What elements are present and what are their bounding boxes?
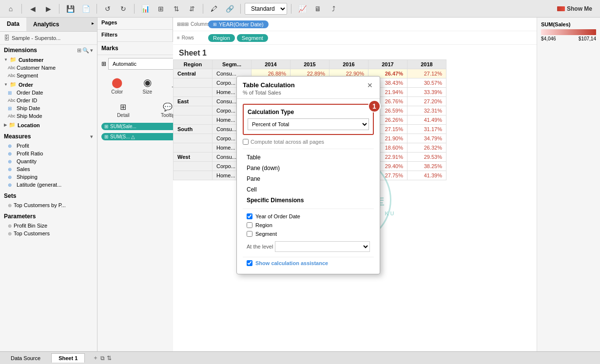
group-location-header[interactable]: ▶ 📁 Location	[0, 121, 97, 129]
forward-button[interactable]: ▶	[41, 2, 55, 16]
dup-sheet-btn[interactable]: ⧉	[100, 354, 105, 362]
redo-button[interactable]: ↻	[116, 2, 130, 16]
measures-header: Measures ▾	[0, 131, 97, 142]
save-button[interactable]: 💾	[63, 2, 77, 16]
highlight-button[interactable]: 🖍	[207, 2, 221, 16]
group-order-header[interactable]: ▼ 📁 Order	[0, 80, 97, 89]
separator3	[97, 4, 97, 14]
measure-sales[interactable]: ⊕ Sales	[0, 165, 97, 173]
option-specific-dims[interactable]: Specific Dimensions	[243, 195, 374, 206]
tab-analytics[interactable]: Analytics	[26, 18, 66, 31]
dim-ship-date[interactable]: ⊞ Ship Date	[0, 104, 97, 112]
dimensions-header: Dimensions ⊞ 🔍 ▾	[0, 45, 97, 56]
columns-label: ⊞⊞⊞ Columns	[177, 21, 206, 27]
abc-icon: Abc	[8, 73, 15, 78]
rows-text: Rows	[182, 35, 194, 40]
dim-order-date[interactable]: ⊞ Order Date	[0, 89, 97, 96]
th-2018: 2018	[407, 60, 446, 69]
separator6	[240, 4, 241, 14]
calc-type-wrapper: Calculation Type Percent of Total 1	[243, 104, 374, 135]
dim-ship-mode[interactable]: Abc Ship Mode	[0, 112, 97, 120]
param-profit-bin[interactable]: ⊕ Profit Bin Size	[0, 222, 97, 230]
set-top-customers[interactable]: ⊕ Top Customers by P...	[0, 201, 97, 209]
dim-segment-checkbox[interactable]	[247, 231, 252, 237]
dim-segment-label: Segment	[17, 73, 38, 78]
calc-type-dropdown[interactable]: Percent of Total	[248, 118, 369, 130]
rows-pill-region-label: Region	[213, 35, 230, 41]
rows-label: ≡ Rows	[177, 35, 206, 40]
chart-button[interactable]: 📊	[138, 2, 152, 16]
tab-data[interactable]: Data	[0, 18, 26, 31]
columns-grid-icon: ⊞⊞⊞	[177, 21, 189, 27]
add-sheet-btn[interactable]: ＋	[93, 354, 98, 362]
dimensions-grid-btn[interactable]: ⊞	[77, 47, 81, 54]
legend-labels: $4,046 $107,14	[541, 36, 596, 41]
compute-checkbox[interactable]	[243, 139, 249, 145]
dialog-close-button[interactable]: ✕	[366, 81, 374, 89]
marks-color-label: Color	[111, 89, 123, 95]
legend-max: $107,14	[579, 36, 596, 41]
panel-arrow[interactable]: ▸	[89, 18, 97, 31]
td-region-empty	[174, 171, 213, 180]
show-assist-row: Show calculation assistance	[243, 257, 374, 269]
measures-expand-btn[interactable]: ▾	[90, 134, 93, 140]
dim-year-checkbox[interactable]	[247, 213, 252, 219]
show-assist-checkbox[interactable]	[247, 260, 252, 266]
show-me-icon	[557, 6, 565, 11]
rows-pill-region[interactable]: Region	[208, 34, 235, 42]
measure-profit[interactable]: ⊕ Profit	[0, 142, 97, 150]
measure-profit-ratio[interactable]: ⊕ Profit Ratio	[0, 150, 97, 157]
measure-latitude[interactable]: ⊕ Latitude (generat...	[0, 181, 97, 189]
option-cell-label: Cell	[247, 186, 257, 193]
stats-button[interactable]: 📈	[295, 2, 309, 16]
set-icon: ⊕	[8, 203, 12, 208]
at-level-dropdown[interactable]	[275, 241, 370, 252]
columns-pill-year[interactable]: ⊞ YEAR(Order Date)	[208, 20, 269, 28]
measure-quantity[interactable]: ⊕ Quantity	[0, 157, 97, 165]
dim-region-label: Region	[255, 222, 272, 228]
home-button[interactable]: ⌂	[4, 2, 18, 16]
td-region-empty	[174, 162, 213, 171]
marks-color-btn[interactable]: ⬤ Color	[111, 77, 123, 95]
option-pane[interactable]: Pane	[243, 173, 374, 184]
marks-size-btn[interactable]: ◉ Size	[143, 77, 152, 95]
group-order: ▼ 📁 Order ⊞ Order Date Abc Order ID ⊞ Sh…	[0, 80, 97, 120]
marks-pill-icon: ⊞	[104, 124, 108, 129]
option-table[interactable]: Table	[243, 152, 374, 163]
show-me-button[interactable]: Show Me	[553, 3, 596, 14]
standard-dropdown[interactable]: Standard	[245, 3, 287, 15]
group-folder-icon: 📁	[9, 122, 16, 128]
sort-button[interactable]: ⇅	[170, 2, 183, 16]
rows-pill-segment[interactable]: Segment	[237, 34, 268, 42]
td-val: 41.49%	[407, 115, 446, 125]
measures-tools: ▾	[90, 134, 93, 140]
group-customer-header[interactable]: ▼ 📁 Customer	[0, 56, 97, 64]
sort-sheet-btn[interactable]: ⇅	[107, 354, 112, 362]
table-button[interactable]: ⊞	[154, 2, 168, 16]
dim-customer-name[interactable]: Abc Customer Name	[0, 64, 97, 72]
dim-region-checkbox[interactable]	[247, 222, 252, 228]
sort2-button[interactable]: ⇵	[185, 2, 199, 16]
option-pane-down[interactable]: Pane (down)	[243, 163, 374, 173]
data-source-label: Sample - Supersto...	[12, 35, 60, 41]
back-button[interactable]: ◀	[26, 2, 39, 16]
option-cell[interactable]: Cell	[243, 184, 374, 195]
dimensions-expand-btn[interactable]: ▾	[90, 47, 93, 54]
link-button[interactable]: 🔗	[223, 2, 236, 16]
data-source-tab[interactable]: Data Source	[4, 354, 47, 363]
sheet1-tab[interactable]: Sheet 1	[51, 353, 85, 363]
marks-detail-btn[interactable]: ⊞ Detail	[117, 102, 130, 118]
data-source-item[interactable]: 🗄 Sample - Supersto...	[0, 32, 97, 45]
undo-button[interactable]: ↺	[101, 2, 115, 16]
share-button[interactable]: ⤴	[327, 2, 340, 16]
dim-segment[interactable]: Abc Segment	[0, 72, 97, 79]
detail-icon: ⊞	[120, 102, 126, 112]
measure-shipping[interactable]: ⊕ Shipping	[0, 173, 97, 181]
new-button[interactable]: 📄	[79, 2, 93, 16]
dim-order-id[interactable]: Abc Order ID	[0, 96, 97, 104]
device-button[interactable]: 🖥	[311, 2, 325, 16]
td-region-empty	[174, 115, 213, 125]
param-top-customers[interactable]: ⊕ Top Customers	[0, 230, 97, 237]
dimensions-scroll-area[interactable]: Dimensions ⊞ 🔍 ▾ ▼ 📁 Customer Abc Custom…	[0, 45, 97, 351]
dimensions-search-btn[interactable]: 🔍	[82, 47, 89, 54]
